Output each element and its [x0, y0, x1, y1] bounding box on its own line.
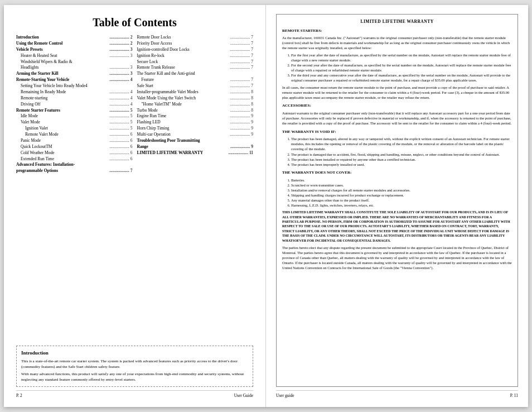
toc-page-num: ................... 6 — [109, 132, 132, 138]
toc-label: Safe Start — [137, 83, 230, 89]
left-footer-page: P. 2 — [16, 393, 22, 398]
toc-entry: Remote Starter Features.................… — [16, 108, 133, 114]
toc-page-num: ................... 3 — [109, 65, 132, 71]
toc-label: Remote-Starting Your Vehicle — [16, 77, 109, 83]
toc-entry: Heater & Heated Seat................... … — [16, 53, 133, 59]
right-page: LIMITED LIFETIME WARRANTY REMOTE STARTER… — [266, 5, 528, 407]
toc-label: Valet Mode Using the Valet Switch — [137, 95, 230, 102]
toc-label: Using the Remote Control — [16, 41, 109, 47]
toc-label: Engine Run Time — [137, 113, 230, 119]
toc-page-num: ................... 8 — [230, 89, 253, 95]
toc-label: Setting Your Vehicle Into Ready Mode4 — [16, 83, 133, 89]
right-footer: User guide P. 11 — [276, 390, 518, 398]
toc-label: Extended Run Time — [16, 156, 109, 162]
toc-entry: Priority Door Access................... … — [137, 41, 254, 47]
warranty-list-item: The product is damaged due to accident, … — [291, 152, 512, 157]
toc-entry: LIMITED LIFETIME WARRANTY...............… — [137, 150, 254, 156]
page-spread: Table of Contents Introduction..........… — [4, 5, 528, 407]
toc-page-num: ................... 3 — [109, 53, 132, 59]
warranty-list-item: For the second year after the date of ma… — [291, 63, 512, 73]
toc-entry: The Starter Kill and the Anti-grind — [137, 71, 254, 77]
warranty-list-item: For the third year and any consecutive y… — [291, 73, 512, 83]
toc-page-num: ................... 7 — [230, 47, 253, 53]
toc-label: Remote Trunk Release — [137, 65, 230, 71]
warranty-list-item: The product has been damaged, altered in… — [291, 136, 512, 151]
warranty-list-item: Any material damages other than to the p… — [291, 198, 512, 203]
toc-entry: Ignition Re-lock................... 7 — [137, 53, 254, 59]
left-page: Table of Contents Introduction..........… — [4, 5, 266, 407]
toc-page-num: ................... 9 — [230, 126, 253, 132]
toc-label: Remote Starter Features — [16, 108, 109, 114]
toc-page-num: ................... 6 — [109, 138, 132, 144]
toc-entry: Headlights................... 3 — [16, 65, 133, 71]
toc-label: Ignition-controlled Door Locks — [137, 47, 230, 53]
toc-entry: Advanced Features: Installation- — [16, 162, 133, 168]
toc-page-num: ................... 3 — [109, 71, 132, 77]
intro-title: Introduction — [21, 349, 248, 357]
toc-entry: Turbo Mode................... 8 — [137, 108, 254, 114]
toc-entry: Cold Weather Mode................... 6 — [16, 150, 133, 156]
toc-entry: Panic Mode................... 6 — [16, 138, 133, 144]
toc-entry: Using the Remote Control................… — [16, 41, 133, 47]
warranty-void-title: THE WARRANTY IS VOID IF: — [282, 130, 512, 135]
left-footer: P. 2 User Guide — [16, 390, 253, 398]
warranty-remote-starters-title: REMOTE STARTERS: — [282, 28, 512, 34]
toc-entry: Safe Start................... 7 — [137, 83, 254, 89]
toc-entry: Troubleshooting Poor Transmitting — [137, 138, 254, 144]
toc-entry: Setting Your Vehicle Into Ready Mode4 — [16, 83, 133, 89]
toc-entry: Remote Door Locks................... 7 — [137, 35, 254, 41]
toc-label: Advanced Features: Installation- — [16, 162, 133, 168]
toc-page-num: ................... 5 — [109, 113, 132, 119]
toc-entry: Valet Mode Using the Valet Switch.......… — [137, 95, 254, 102]
toc-label: Remote Door Locks — [137, 35, 230, 41]
toc-label: programmable Options — [16, 168, 109, 174]
warranty-not-cover-title: THE WARRANTY DOES NOT COVER: — [282, 170, 512, 176]
right-footer-page: P. 11 — [510, 393, 518, 398]
toc-label: Troubleshooting Poor Transmitting — [137, 138, 254, 144]
toc-label: LIMITED LIFETIME WARRANTY — [137, 150, 229, 156]
toc-entry: Ignition Valet................... 5 — [16, 126, 133, 132]
toc-right-col: Remote Door Locks................... 7Pr… — [137, 35, 254, 341]
toc-page-num: ................... 8 — [230, 108, 253, 114]
toc-entry: Introduction................... 2 — [16, 35, 133, 41]
toc-entry: Valet Mode................... 5 — [16, 119, 133, 126]
toc-label: Multi-car Operation — [137, 132, 230, 138]
toc-page-num: ................... 7 — [109, 168, 132, 174]
toc-page-num: ................... 7 — [230, 41, 253, 47]
toc-label: The Starter Kill and the Anti-grind — [137, 71, 254, 77]
toc-label: Secure Lock — [137, 59, 230, 65]
toc-entry: Idle Mode................... 5 — [16, 113, 133, 119]
toc-page-num: ................... 8 — [230, 95, 253, 102]
toc-entry: Engine Run Time................... 9 — [137, 113, 254, 119]
toc-entry: Extended Run Time................... 6 — [16, 156, 133, 162]
left-footer-label: User Guide — [234, 393, 253, 398]
toc-page-num: ................... 7 — [230, 65, 253, 71]
toc-entry: Secure Lock................... 7 — [137, 59, 254, 65]
warranty-list-item: Shipping and handling charges incurred f… — [291, 193, 512, 198]
warranty-list-item: Harnessing, L.E.D. lights, switches, inv… — [291, 203, 512, 208]
warranty-main-title: LIMITED LIFETIME WARRANTY — [282, 19, 512, 25]
toc-page-num: ................... 7 — [230, 77, 253, 83]
warranty-list-item: For the first year after the date of man… — [291, 52, 512, 63]
toc-label: Windshield Wipers & Radio & — [16, 59, 133, 65]
toc-label: Idle Mode — [16, 113, 109, 119]
toc-label: Quick LockoutTM — [16, 144, 109, 150]
toc-label: Installer-programmable Valet Modes — [137, 89, 230, 95]
warranty-closing-para2: The parties hereto elect that any disput… — [282, 245, 512, 270]
intro-box: Introduction This is a state-of-the-art … — [16, 346, 253, 387]
toc-entry: Remote Valet Mode................... 6 — [16, 132, 133, 138]
toc-entry: Range................... 9 — [137, 144, 254, 150]
toc-label: Ignition Valet — [16, 126, 109, 132]
toc-page-num: ................... 3 — [109, 47, 132, 53]
toc-label: Feature — [137, 77, 230, 83]
toc-entry: Driving Off................... 4 — [16, 102, 133, 108]
toc-label: Horn Chirp Timing — [137, 126, 230, 132]
toc-page-num: ................... 4 — [109, 95, 132, 102]
toc-entry: Horn Chirp Timing................... 9 — [137, 126, 254, 132]
toc-page-num: ................... 4 — [109, 89, 132, 95]
toc-page-num: ................... 4 — [109, 102, 132, 108]
toc-label: "Home ValetTM" Mode — [137, 102, 230, 108]
toc-label: Priority Door Access — [137, 41, 230, 47]
warranty-void-list: The product has been damaged, altered in… — [282, 136, 512, 167]
toc-page-num: ................... 4 — [109, 77, 132, 83]
